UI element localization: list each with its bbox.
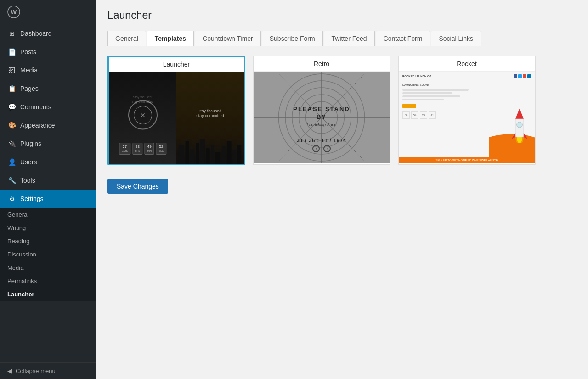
comments-icon: 💬	[7, 102, 17, 111]
svg-rect-3	[186, 141, 189, 164]
sidebar-nav-item-dashboard[interactable]: ⊞ Dashboard	[0, 24, 96, 43]
template-grid: Launcher ✕ Stay focused,stay committed	[107, 56, 577, 165]
template-launcher-title: Launcher	[109, 57, 244, 72]
posts-icon: 📄	[7, 47, 17, 56]
rocket-footer: SIGN UP TO GET NOTIFIED WHEN WE LAUNCH	[399, 157, 535, 163]
svg-rect-12	[233, 150, 236, 164]
tab-countdown[interactable]: Countdown Timer	[195, 31, 261, 46]
tab-templates[interactable]: Templates	[147, 31, 194, 46]
users-icon: 👤	[7, 157, 17, 167]
svg-rect-6	[200, 139, 205, 164]
sidebar-nav-item-comments[interactable]: 💬 Comments	[0, 98, 96, 116]
launcher-left-text: Stay focused,stay committed	[127, 95, 158, 104]
sidebar-sub-item-writing[interactable]: Writing	[0, 221, 96, 234]
launcher-timer: 27DAYS 23HRS 49MIN 52SEC	[119, 143, 166, 155]
retro-date: 31 / 36 : 11 / 1974	[297, 138, 346, 143]
template-card-launcher[interactable]: Launcher ✕ Stay focused,stay committed	[107, 56, 245, 165]
collapse-menu-button[interactable]: ◀ Collapse menu	[0, 362, 96, 379]
timer-box-days: 27DAYS	[119, 143, 130, 155]
template-rocket-title: Rocket	[399, 56, 535, 72]
rocket-footer-text: SIGN UP TO GET NOTIFIED WHEN WE LAUNCH	[435, 159, 498, 162]
svg-rect-8	[211, 145, 214, 164]
svg-marker-29	[511, 133, 515, 139]
svg-rect-4	[190, 150, 194, 164]
tools-icon: 🔧	[7, 176, 17, 185]
rocket-gp-icon	[523, 74, 526, 78]
template-card-rocket[interactable]: Rocket ROCKET LAUNCH CO. L	[398, 56, 536, 165]
svg-rect-9	[215, 152, 220, 164]
retro-tw-icon: t	[323, 145, 331, 152]
rocket-timer-m: 25	[420, 111, 427, 119]
sidebar-nav-item-media[interactable]: 🖼 Media	[0, 61, 96, 79]
template-launcher-thumb: ✕ Stay focused,stay committed 27DAYS 23H…	[109, 72, 244, 164]
sidebar-sub-item-permalinks[interactable]: Permalinks	[0, 274, 96, 288]
sidebar-nav-item-appearance[interactable]: 🎨 Appearance	[0, 116, 96, 134]
svg-rect-11	[227, 141, 232, 164]
rocket-timer-d: 88	[402, 111, 410, 119]
timer-box-mins: 49MIN	[145, 143, 154, 155]
rocket-timer-h: 54	[411, 111, 418, 119]
launcher-badge: ✕	[134, 106, 152, 124]
sidebar-sub-item-reading[interactable]: Reading	[0, 234, 96, 248]
svg-marker-27	[515, 108, 524, 118]
dashboard-icon: ⊞	[7, 29, 17, 38]
rocket-svg	[508, 106, 531, 143]
svg-rect-13	[237, 145, 241, 164]
media-icon: 🖼	[7, 66, 17, 75]
pages-icon: 📋	[7, 84, 17, 93]
main-content: Launcher General Templates Countdown Tim…	[96, 0, 588, 379]
sidebar-logo: W	[0, 0, 96, 24]
rocket-timer-s: 41	[429, 111, 436, 119]
rocket-tw-icon	[518, 74, 522, 78]
svg-point-28	[517, 122, 522, 128]
tab-subscribe[interactable]: Subscribe Form	[262, 31, 323, 46]
svg-rect-10	[222, 146, 226, 164]
collapse-icon: ◀	[7, 368, 12, 374]
rocket-right	[489, 81, 535, 157]
retro-fb-icon: f	[312, 145, 320, 152]
rocket-header: ROCKET LAUNCH CO.	[399, 72, 535, 81]
appearance-icon: 🎨	[7, 121, 17, 130]
tab-general[interactable]: General	[107, 31, 146, 46]
rocket-li-icon	[527, 74, 531, 78]
sidebar-sub-item-discussion[interactable]: Discussion	[0, 248, 96, 261]
sidebar-sub-item-general[interactable]: General	[0, 208, 96, 221]
wp-logo-icon: W	[7, 6, 20, 18]
svg-rect-5	[196, 143, 199, 164]
sidebar-sub-item-media[interactable]: Media	[0, 261, 96, 274]
svg-rect-2	[179, 145, 184, 164]
retro-social-icons: f t	[312, 145, 331, 152]
rocket-line-2	[402, 92, 452, 94]
sidebar-nav-item-plugins[interactable]: 🔌 Plugins	[0, 134, 96, 153]
save-changes-button[interactable]: Save Changes	[107, 179, 168, 194]
launcher-right-text: Stay focused,stay committed	[192, 109, 228, 118]
settings-icon: ⚙	[7, 194, 17, 203]
launcher-badge-cross: ✕	[140, 111, 146, 119]
rocket-header-text: ROCKET LAUNCH CO.	[402, 75, 432, 78]
rocket-line-3	[402, 95, 460, 97]
timer-box-secs: 52SEC	[156, 143, 166, 155]
sidebar-sub-item-launcher[interactable]: Launcher	[0, 288, 96, 301]
sidebar-nav-item-tools[interactable]: 🔧 Tools	[0, 171, 96, 190]
sidebar-nav-item-settings[interactable]: ⚙ Settings	[0, 190, 96, 208]
rocket-social-icons	[514, 74, 531, 78]
tab-social[interactable]: Social Links	[431, 31, 481, 46]
rocket-notify-btn	[402, 104, 416, 108]
sidebar-nav-item-users[interactable]: 👤 Users	[0, 153, 96, 171]
plugins-icon: 🔌	[7, 139, 17, 148]
template-retro-title: Retro	[254, 56, 390, 72]
tab-twitter[interactable]: Twitter Feed	[324, 31, 375, 46]
svg-rect-7	[206, 148, 210, 164]
rocket-left: LAUNCHING SOON! 88 54 25 41	[399, 81, 489, 157]
rocket-line-1	[402, 89, 469, 91]
launcher-cityscape-svg	[176, 127, 244, 164]
tab-contact[interactable]: Contact Form	[376, 31, 430, 46]
retro-main-text: PLEASE STAND BY Launching Soon	[288, 106, 356, 127]
tab-bar: General Templates Countdown Timer Subscr…	[107, 31, 577, 46]
svg-text:W: W	[11, 9, 17, 16]
template-card-retro[interactable]: Retro	[253, 56, 390, 165]
sidebar-nav-item-pages[interactable]: 📋 Pages	[0, 79, 96, 98]
rocket-fb-icon	[514, 74, 517, 78]
rocket-body: LAUNCHING SOON! 88 54 25 41	[399, 81, 535, 157]
sidebar-nav-item-posts[interactable]: 📄 Posts	[0, 43, 96, 61]
